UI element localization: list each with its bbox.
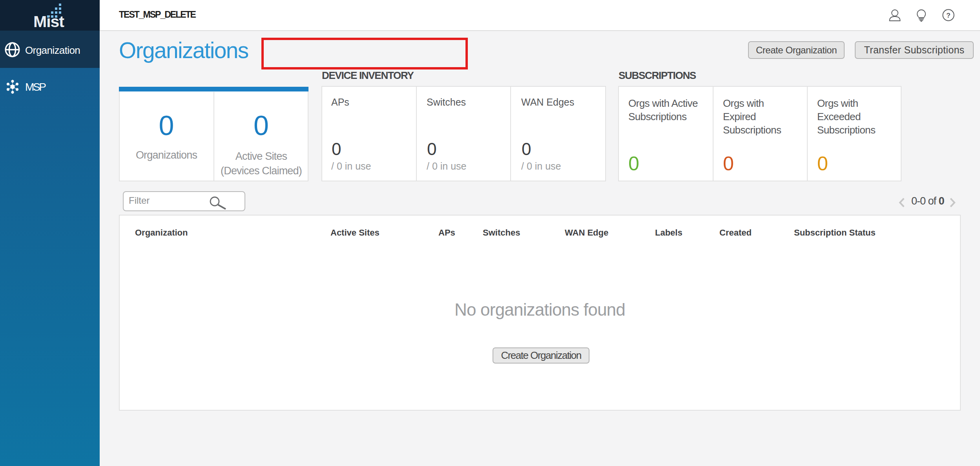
svg-text:Mist: Mist [33,13,64,29]
svg-text:?: ? [946,12,950,19]
